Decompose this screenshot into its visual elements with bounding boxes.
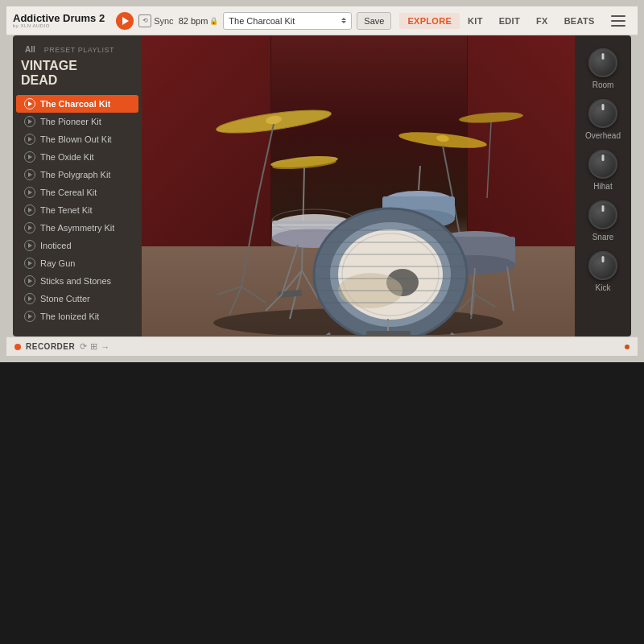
svg-line-5 <box>242 198 258 287</box>
preset-arrows <box>341 18 346 23</box>
tab-kit[interactable]: KIT <box>460 13 491 29</box>
sync-label: Sync <box>154 16 173 26</box>
sidebar-item-10[interactable]: Sticks and Stones <box>16 272 138 290</box>
play-triangle-4 <box>28 172 32 177</box>
sidebar-item-12[interactable]: The Ionized Kit <box>16 308 138 325</box>
bottom-icon-arrow[interactable]: → <box>101 342 109 352</box>
sidebar-item-label-7: The Asymmetry Kit <box>40 223 114 233</box>
sync-area: ⟲ Sync <box>138 14 173 27</box>
sidebar-play-icon-1 <box>24 116 35 127</box>
knob-label-room: Room <box>592 80 614 89</box>
knob-item-snare: Snare <box>588 197 617 245</box>
sidebar-item-9[interactable]: Ray Gun <box>16 254 138 272</box>
preset-selector[interactable]: The Charcoal Kit <box>223 12 352 30</box>
knob-label-snare: Snare <box>592 233 614 242</box>
knob-item-hihat: Hihat <box>588 147 617 194</box>
play-triangle-6 <box>28 208 32 213</box>
sidebar-item-2[interactable]: The Blown Out Kit <box>16 130 138 148</box>
sidebar-item-label-10: Sticks and Stones <box>40 276 111 286</box>
app: Addictive Drums 2 by XLN AUDIO ⟲ Sync 82… <box>0 0 644 644</box>
header: Addictive Drums 2 by XLN AUDIO ⟲ Sync 82… <box>6 6 638 35</box>
preset-up-arrow <box>341 18 346 20</box>
sidebar-item-7[interactable]: The Asymmetry Kit <box>16 219 138 237</box>
sidebar-play-icon-3 <box>24 151 35 163</box>
play-triangle-11 <box>28 296 32 301</box>
bottom-icon-folder[interactable]: ⊞ <box>90 341 97 352</box>
sidebar-item-label-12: The Ionized Kit <box>40 312 99 321</box>
sidebar-item-label-11: Stone Cutter <box>40 294 90 303</box>
sidebar-header: All Preset playlist VINTAGE DEAD <box>13 43 142 92</box>
play-triangle-12 <box>28 314 32 319</box>
knob-item-kick: Kick <box>588 248 617 295</box>
app-subtitle: by XLN AUDIO <box>13 23 105 28</box>
sidebar-play-icon-11 <box>24 293 35 304</box>
sidebar-play-icon-2 <box>24 134 35 145</box>
bpm-area: 82 bpm 🔒 <box>179 16 219 26</box>
play-button[interactable] <box>116 12 134 30</box>
outer-frame: Addictive Drums 2 by XLN AUDIO ⟲ Sync 82… <box>0 0 644 336</box>
sidebar-item-6[interactable]: The Tenet Kit <box>16 201 138 219</box>
svg-line-4 <box>258 124 274 198</box>
knob-snare[interactable] <box>588 200 617 229</box>
sidebar-item-label-2: The Blown Out Kit <box>40 134 112 144</box>
menu-line-1 <box>611 15 625 17</box>
sidebar-item-label-6: The Tenet Kit <box>40 205 93 215</box>
sidebar-item-8[interactable]: Inoticed <box>16 237 138 254</box>
knob-hihat[interactable] <box>588 150 617 179</box>
sidebar-item-5[interactable]: The Cereal Kit <box>16 184 138 201</box>
sidebar-item-0[interactable]: The Charcoal Kit <box>16 95 138 113</box>
sidebar-play-icon-8 <box>24 240 35 251</box>
sidebar-play-icon-7 <box>24 222 35 233</box>
all-button[interactable]: All <box>21 43 39 56</box>
sidebar-play-icon-5 <box>24 187 35 198</box>
sidebar-play-icon-10 <box>24 275 35 287</box>
playlist-title-line2: DEAD <box>21 73 134 88</box>
play-triangle-5 <box>28 190 32 195</box>
bottom-icons: ⟳ ⊞ → <box>80 341 109 352</box>
sidebar-list: The Charcoal KitThe Pioneer KitThe Blown… <box>13 92 142 328</box>
sidebar-item-1[interactable]: The Pioneer Kit <box>16 113 138 130</box>
menu-line-3 <box>611 25 625 27</box>
tab-fx[interactable]: FX <box>528 13 556 29</box>
sync-icon[interactable]: ⟲ <box>138 14 151 27</box>
main-content: All Preset playlist VINTAGE DEAD The Cha… <box>6 35 638 336</box>
nav-tabs: EXPLORE KIT EDIT FX BEATS <box>399 13 602 29</box>
play-triangle-7 <box>28 225 32 230</box>
sidebar-play-icon-4 <box>24 169 35 180</box>
knob-overhead[interactable] <box>588 99 617 128</box>
sidebar-item-label-1: The Pioneer Kit <box>40 117 101 126</box>
lock-icon: 🔒 <box>209 17 218 25</box>
knob-label-kick: Kick <box>596 283 611 292</box>
knob-item-overhead: Overhead <box>585 96 621 143</box>
bottom-right-dot <box>625 345 630 349</box>
play-triangle-0 <box>28 101 32 106</box>
knob-kick[interactable] <box>588 251 617 280</box>
bpm-value: 82 bpm <box>179 16 208 26</box>
kit-area <box>142 35 575 336</box>
save-button[interactable]: Save <box>357 12 391 30</box>
svg-line-21 <box>475 295 495 307</box>
outer-bottom-frame: RECORDER ⟳ ⊞ → <box>0 336 644 362</box>
tab-explore[interactable]: EXPLORE <box>399 13 460 29</box>
bottom-bar: RECORDER ⟳ ⊞ → <box>6 336 638 356</box>
sidebar-item-11[interactable]: Stone Cutter <box>16 290 138 308</box>
play-icon <box>122 17 129 25</box>
drum-kit-svg <box>185 37 531 335</box>
svg-line-7 <box>242 287 266 303</box>
knobs-panel: RoomOverheadHihatSnareKick <box>575 35 631 336</box>
playlist-title-line1: VINTAGE <box>21 59 134 73</box>
tab-beats[interactable]: BEATS <box>556 13 603 29</box>
knob-room[interactable] <box>588 48 617 77</box>
recorder-dot <box>14 344 21 350</box>
sidebar-item-4[interactable]: The Polygraph Kit <box>16 166 138 184</box>
bottom-icon-recycle[interactable]: ⟳ <box>80 341 87 352</box>
svg-line-31 <box>282 245 298 295</box>
logo-area: Addictive Drums 2 by XLN AUDIO <box>13 13 105 28</box>
svg-line-33 <box>266 295 282 311</box>
preset-down-arrow <box>341 21 346 23</box>
sidebar: All Preset playlist VINTAGE DEAD The Cha… <box>13 35 142 336</box>
sidebar-item-3[interactable]: The Oxide Kit <box>16 148 138 166</box>
tab-edit[interactable]: EDIT <box>491 13 528 29</box>
sidebar-item-label-5: The Cereal Kit <box>40 188 97 197</box>
menu-icon[interactable] <box>611 15 625 27</box>
